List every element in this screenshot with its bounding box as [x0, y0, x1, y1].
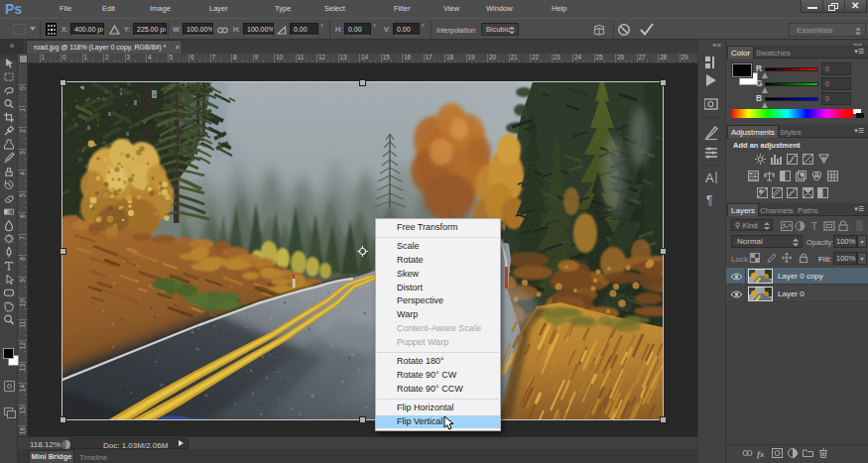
svg-text:T: T	[811, 220, 818, 232]
svg-text:¶: ¶	[706, 193, 712, 207]
svg-text:A: A	[705, 171, 714, 185]
svg-text:fx: fx	[757, 449, 765, 459]
